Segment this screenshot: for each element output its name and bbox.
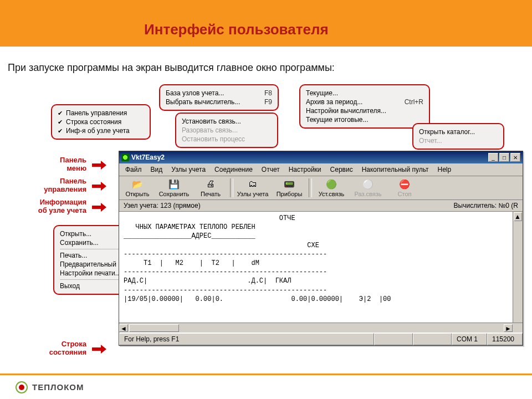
menu-item[interactable]: Выбрать вычислитель...F9: [166, 98, 272, 106]
menu-Отчет[interactable]: Отчет: [258, 165, 284, 175]
annot-menu: Панельменю: [48, 156, 86, 173]
page-title: Интерфейс пользователя: [144, 21, 329, 38]
Раз.связь-icon: ⚪: [362, 178, 374, 190]
annot-toolbar: Панельуправления: [41, 177, 86, 194]
statusbar: For Help, press F1 COM 1 115200: [119, 332, 523, 345]
toolbar-Узлы учета[interactable]: 🗂Узлы учета: [234, 176, 271, 200]
bubble-nodes: База узлов учета...F8Выбрать вычислитель…: [159, 84, 279, 111]
toolbar-Уст.связь[interactable]: 🟢Уст.связь: [313, 176, 350, 200]
arrow-icon: [92, 162, 108, 168]
menu-item[interactable]: Панель управления: [58, 109, 144, 117]
menu-Настройки[interactable]: Настройки: [285, 165, 325, 175]
menu-Соединение[interactable]: Соединение: [211, 165, 257, 175]
menubar[interactable]: ФайлВидУзлы учетаСоединениеОтчетНастройк…: [119, 163, 523, 176]
app-window: Vkt7Easy2 _ □ ✕ ФайлВидУзлы учетаСоедине…: [119, 151, 523, 346]
bubble-report: Текущие...Архив за период...Ctrl+RНастро…: [299, 84, 430, 129]
menu-item[interactable]: Открыть каталог...: [419, 127, 498, 136]
menu-Файл[interactable]: Файл: [121, 165, 146, 175]
menu-item[interactable]: Текущие итоговые...: [306, 115, 423, 124]
app-icon: [121, 154, 129, 161]
node-status-line: Узел учета: 123 (прямое) Вычислитель: №0…: [119, 200, 523, 212]
Приборы-icon: 📟: [283, 178, 295, 190]
status-pane: [374, 333, 413, 345]
menu-item[interactable]: Инф-я об узле учета: [58, 126, 144, 135]
menu-item[interactable]: Текущие...: [306, 89, 423, 98]
close-button[interactable]: ✕: [510, 153, 520, 162]
bubble-view: Панель управленияСтрока состоянияИнф-я о…: [51, 104, 151, 140]
horizontal-scrollbar[interactable]: ◄ ►: [119, 323, 523, 332]
logo-icon: [16, 381, 28, 393]
menu-item[interactable]: Отчет...: [419, 136, 498, 145]
brand-name: ТЕПЛОКОМ: [32, 382, 84, 392]
menu-item[interactable]: База узлов учета...F8: [166, 89, 272, 98]
Узлы учета-icon: 🗂: [247, 178, 259, 190]
Печать-icon: 🖨: [204, 178, 217, 190]
arrow-icon: [92, 183, 108, 190]
vertical-scrollbar[interactable]: ▲: [513, 212, 523, 323]
Уст.связь-icon: 🟢: [325, 178, 337, 190]
report-content: ОТЧЕ ЧНЫХ ПАРАМЕТРАХ ТЕПЛОПО РЕБЛЕН ____…: [119, 212, 513, 323]
toolbar-Стоп: ⛔Стоп: [386, 176, 423, 200]
menu-item[interactable]: Установить связь...: [182, 117, 272, 126]
toolbar-Печать[interactable]: 🖨Печать: [192, 176, 229, 200]
menu-item[interactable]: Строка состояния: [58, 117, 144, 126]
menu-Сервис[interactable]: Сервис: [326, 165, 357, 175]
status-comport: COM 1: [452, 333, 487, 345]
node-status-right: Вычислитель: №0 (R: [454, 202, 518, 209]
node-status-left: Узел учета: 123 (прямое): [124, 202, 201, 209]
menu-item[interactable]: Остановить процесс: [182, 135, 272, 144]
bubble-pult: Открыть каталог...Отчет...: [412, 123, 504, 150]
menu-Узлы учета[interactable]: Узлы учета: [167, 165, 209, 175]
maximize-button[interactable]: □: [499, 153, 509, 162]
Стоп-icon: ⛔: [398, 178, 411, 190]
toolbar: 📂Открыть💾Сохранить🖨Печать🗂Узлы учета📟При…: [119, 176, 523, 200]
Сохранить-icon: 💾: [168, 178, 180, 190]
arrow-icon: [92, 346, 108, 352]
arrow-icon: [92, 204, 108, 211]
menu-Help[interactable]: Help: [433, 165, 455, 175]
menu-item[interactable]: Архив за период...Ctrl+R: [306, 98, 423, 106]
toolbar-Сохранить[interactable]: 💾Сохранить: [156, 176, 192, 200]
toolbar-Раз.связь: ⚪Раз.связь: [350, 176, 386, 200]
titlebar[interactable]: Vkt7Easy2 _ □ ✕: [119, 151, 523, 163]
status-baud: 115200: [487, 333, 523, 345]
status-help: For Help, press F1: [119, 333, 374, 345]
status-pane: [413, 333, 452, 345]
toolbar-Открыть[interactable]: 📂Открыть: [119, 176, 156, 200]
bubble-conn: Установить связь...Разорвать связь...Ост…: [175, 112, 278, 148]
annot-status: Строкасостояния: [48, 340, 86, 357]
toolbar-Приборы[interactable]: 📟Приборы: [271, 176, 308, 200]
footer: ТЕПЛОКОМ: [0, 374, 532, 399]
menu-Накопительный пульт[interactable]: Накопительный пульт: [358, 165, 433, 175]
menu-item[interactable]: Настройки вычислителя...: [306, 106, 423, 115]
annot-nodeinfo: Информацияоб узле учета: [33, 198, 86, 215]
window-title: Vkt7Easy2: [131, 154, 165, 161]
menu-Вид[interactable]: Вид: [147, 165, 167, 175]
Открыть-icon: 📂: [131, 178, 144, 190]
intro-text: При запуске программы на экран выводится…: [8, 62, 335, 74]
menu-item[interactable]: Разорвать связь...: [182, 126, 272, 135]
minimize-button[interactable]: _: [488, 153, 498, 162]
